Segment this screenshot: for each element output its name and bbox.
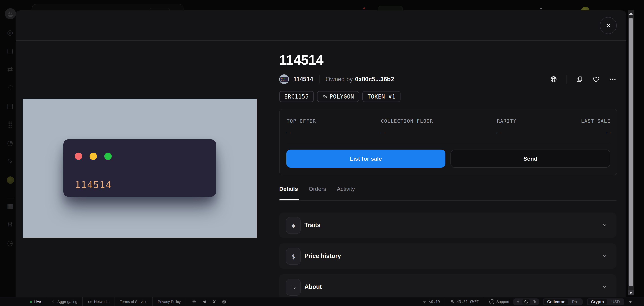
crypto-currency-button[interactable]: Crypto — [588, 299, 607, 304]
stat-rarity: RARITY – — [497, 118, 581, 136]
send-button[interactable]: Send — [450, 150, 610, 168]
aggregating-status: Aggregating — [51, 300, 77, 304]
privacy-policy-link[interactable]: Privacy Policy — [158, 300, 181, 304]
stats-divider — [286, 143, 610, 143]
speaker-icon — [628, 299, 633, 304]
accordion-traits[interactable]: ◆ Traits — [279, 212, 616, 238]
copy-icon — [576, 76, 583, 83]
live-status: Live — [30, 300, 41, 304]
notification-dot — [363, 8, 365, 10]
gas-price: 43.51 GWEI — [450, 300, 479, 304]
stats-card: TOP OFFER – COLLECTION FLOOR – RARITY – … — [279, 109, 617, 175]
page-title: 114514 — [279, 52, 323, 68]
accordion-label: Price history — [304, 243, 341, 268]
dark-theme-button[interactable] — [522, 299, 530, 304]
accordion-about[interactable]: About — [279, 274, 616, 299]
scroll-up-arrow[interactable] — [628, 12, 634, 16]
copy-button[interactable] — [576, 76, 583, 83]
collection-avatar[interactable]: 114514 — [279, 74, 289, 84]
polygon-icon — [322, 94, 328, 99]
nft-image[interactable]: 114514 — [23, 99, 256, 238]
artwork-text: 114514 — [75, 179, 112, 190]
stat-collection-floor: COLLECTION FLOOR – — [381, 118, 497, 136]
scroll-down-arrow[interactable] — [628, 290, 634, 295]
status-bar: Live Aggregating Networks Terms of Servi… — [0, 297, 644, 306]
badge-token-id: TOKEN #1 — [362, 91, 400, 102]
discord-icon[interactable] — [192, 299, 196, 304]
tabs-divider — [279, 200, 616, 201]
nft-detail-modal: 114514 114514 114514 114514 Owned by 0x8… — [16, 11, 626, 306]
sidebar-divider — [7, 199, 14, 199]
tab-details[interactable]: Details — [279, 186, 298, 192]
owner-address[interactable]: 0x80c5...36b2 — [355, 76, 394, 83]
terms-of-service-link[interactable]: Terms of Service — [120, 300, 148, 304]
close-icon — [605, 22, 612, 29]
more-button[interactable] — [609, 76, 616, 83]
collector-mode-button[interactable]: Collector — [544, 299, 568, 304]
matic-price: $0.19 — [422, 300, 440, 304]
lightning-icon — [51, 300, 55, 304]
opensea-logo-icon[interactable] — [4, 8, 16, 20]
icon-divider — [566, 75, 567, 84]
chevron-down-icon — [602, 284, 608, 290]
usd-currency-button[interactable]: USD — [608, 299, 623, 304]
accordion-price-history[interactable]: $ Price history — [279, 243, 616, 268]
polygon-icon — [422, 300, 427, 304]
accordion-label: About — [304, 274, 322, 299]
diamond-icon: ◆ — [286, 217, 301, 234]
moon-icon — [524, 300, 528, 304]
chevron-down-icon — [602, 222, 608, 228]
light-theme-button[interactable] — [514, 299, 522, 304]
sound-toggle[interactable] — [628, 299, 633, 304]
green-dot — [104, 153, 112, 160]
action-icons — [550, 75, 616, 83]
sun-icon — [516, 300, 520, 304]
red-dot — [75, 153, 82, 160]
theme-toggle — [513, 298, 539, 305]
sidebar-profile-avatar[interactable] — [7, 176, 14, 184]
scrollbar[interactable] — [628, 11, 634, 295]
owner-row: 114514 114514 Owned by 0x80c5...36b2 — [279, 74, 394, 84]
question-icon: ? — [489, 299, 494, 304]
ellipsis-icon — [609, 76, 616, 83]
notes-pencil-icon — [286, 279, 301, 295]
close-button[interactable] — [600, 17, 617, 34]
tab-activity[interactable]: Activity — [337, 186, 355, 192]
modal-header — [16, 11, 626, 41]
dollar-icon: $ — [286, 248, 301, 265]
yellow-dot — [90, 153, 97, 160]
telegram-icon[interactable] — [202, 300, 206, 304]
networks-status[interactable]: Networks — [88, 300, 110, 304]
scrollbar-thumb[interactable] — [628, 18, 633, 286]
stat-last-sale: LAST SALE – — [581, 118, 610, 136]
accordion-label: Traits — [304, 212, 320, 238]
list-for-sale-button[interactable]: List for sale — [286, 150, 446, 168]
chevron-down-icon — [602, 253, 608, 259]
contrast-theme-button[interactable] — [530, 299, 538, 304]
header-dot — [540, 8, 542, 10]
badge-row: ERC1155 POLYGON TOKEN #1 — [279, 91, 400, 102]
live-dot-icon — [30, 301, 32, 303]
website-button[interactable] — [550, 75, 558, 83]
globe-icon — [550, 75, 558, 83]
artwork-mac-window: 114514 — [64, 139, 216, 197]
badge-chain: POLYGON — [317, 91, 359, 102]
collection-name[interactable]: 114514 — [293, 76, 313, 83]
tab-orders[interactable]: Orders — [309, 186, 326, 192]
detail-tabs: Details Orders Activity — [279, 186, 355, 192]
instagram-icon[interactable] — [222, 300, 226, 304]
badge-token-standard: ERC1155 — [279, 91, 314, 102]
contrast-icon — [532, 300, 536, 304]
x-icon[interactable] — [212, 300, 216, 304]
currency-toggle: Crypto USD — [587, 298, 624, 305]
favorite-button[interactable] — [592, 75, 600, 83]
pro-mode-button[interactable]: Pro — [569, 299, 582, 304]
traffic-light-dots — [75, 153, 112, 160]
stat-top-offer: TOP OFFER – — [286, 118, 381, 136]
owned-by-label: Owned by — [326, 76, 353, 83]
broadcast-icon — [88, 300, 92, 304]
owner-separator — [319, 75, 320, 83]
support-link[interactable]: ? Support — [489, 299, 509, 304]
heart-icon — [592, 75, 600, 83]
view-mode-toggle: Collector Pro — [543, 298, 582, 305]
